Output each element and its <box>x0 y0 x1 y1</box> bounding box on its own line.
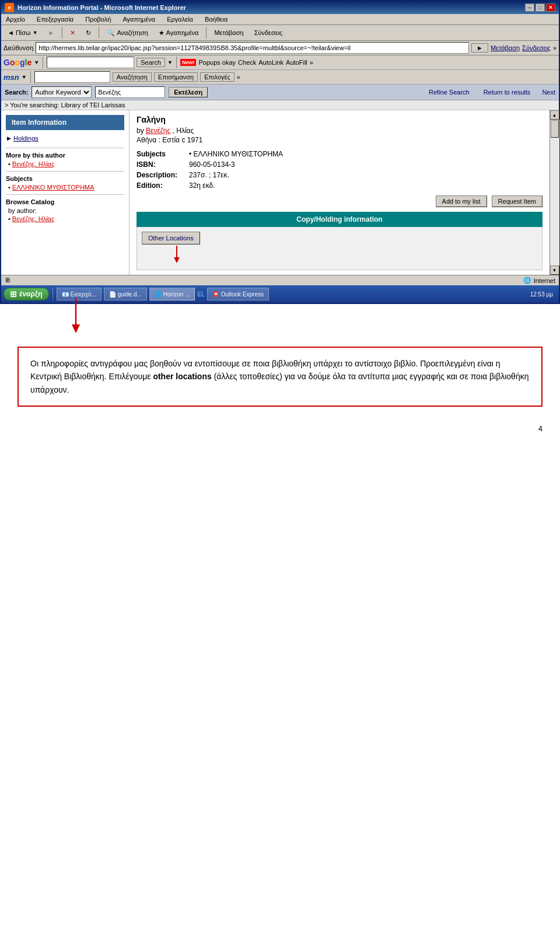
edition-value: 32η εκδ. <box>189 180 288 191</box>
autolink-button[interactable]: AutoLink <box>258 59 284 66</box>
status-bar: 🖹 🌐 Internet <box>1 275 559 285</box>
holding-header: Copy/Holding information <box>136 212 542 227</box>
menu-help[interactable]: Βοήθεια <box>202 15 230 23</box>
svg-marker-1 <box>174 257 180 263</box>
popups-button[interactable]: Popups okay <box>198 59 236 66</box>
scrollbar: ▲ ▼ <box>550 110 559 275</box>
author-link[interactable]: Βενέζης <box>146 127 170 135</box>
msn-search-input[interactable] <box>34 71 110 83</box>
item-information-button[interactable]: Item Information <box>6 115 124 130</box>
other-locations-button[interactable]: Other Locations <box>142 232 200 244</box>
browser-content-area: Item Information ▶ Holdings More by this… <box>1 110 559 275</box>
clock-display: 12:53 μμ <box>530 291 553 298</box>
edition-row: Edition: 32η εκδ. <box>136 180 288 191</box>
annotation-bold-text: other locations <box>153 372 211 381</box>
menu-edit[interactable]: Επεξεργασία <box>34 15 76 23</box>
browse-author-link[interactable]: Βενέζης, Ηλίας <box>12 215 54 222</box>
maximize-button[interactable]: □ <box>536 4 545 12</box>
description-label: Description: <box>136 170 189 180</box>
browse-by-label: by author: <box>8 207 124 214</box>
syndeses-link[interactable]: Σύνδεσεις <box>522 44 551 51</box>
metavasi-link[interactable]: Μετάβαση <box>491 44 520 51</box>
msn-options-button[interactable]: Επιλογές <box>200 72 235 82</box>
add-to-list-button[interactable]: Add to my list <box>436 195 487 207</box>
svg-marker-3 <box>72 324 80 333</box>
holding-content: Other Locations <box>136 227 542 270</box>
description-row: Description: 237σ. ; 17εκ. <box>136 170 288 180</box>
return-to-results-link[interactable]: Return to results <box>484 89 531 96</box>
annotation-box: Οι πληροφορίες αντιγράφου μας βοηθούν να… <box>18 347 542 407</box>
windows-icon: ⊞ <box>10 289 17 299</box>
holdings-arrow-icon: ▶ <box>7 135 11 141</box>
address-input[interactable] <box>36 42 469 54</box>
close-button[interactable]: ✕ <box>546 4 555 12</box>
isbn-value: 960-05-0134-3 <box>189 159 288 170</box>
title-bar: e Horizon Information Portal - Microsoft… <box>1 1 559 14</box>
google-search-input[interactable] <box>47 57 134 68</box>
more-by-author-link[interactable]: Βενέζης, Ηλίας <box>12 160 54 167</box>
menu-tools[interactable]: Εργαλεία <box>164 15 195 23</box>
holdings-link[interactable]: ▶ Holdings <box>6 132 124 144</box>
back-button[interactable]: ◄ Πίσω ▼ <box>4 27 42 38</box>
scroll-up-arrow[interactable]: ▲ <box>550 110 559 120</box>
search-input-field[interactable] <box>95 86 165 98</box>
subjects-detail-value: • ΕΛΛΗΝΙΚΟ ΜΥΘΙΣΤΟΡΗΜΑ <box>189 149 288 159</box>
expand-arrow: » <box>553 44 556 51</box>
subjects-link[interactable]: ΕΛΛΗΝΙΚΟ ΜΥΘΙΣΤΟΡΗΜΑ <box>12 184 94 191</box>
connect-toolbar-button[interactable]: Σύνδεσεις <box>250 27 287 38</box>
check-button[interactable]: Check <box>238 59 256 66</box>
autofill-button[interactable]: AutoFill <box>286 59 307 66</box>
sidebar-divider-2 <box>6 171 124 172</box>
search-type-select[interactable]: Author Keyword <box>32 86 92 98</box>
subjects-row: Subjects • ΕΛΛΗΝΙΚΟ ΜΥΘΙΣΤΟΡΗΜΑ <box>136 149 288 159</box>
bullet-icon: • <box>8 160 10 167</box>
isbn-row: ISBN: 960-05-0134-3 <box>136 159 288 170</box>
google-dropdown-2-arrow[interactable]: ▼ <box>167 60 173 65</box>
browser-window: e Horizon Information Portal - Microsoft… <box>0 0 560 304</box>
msn-bookmark-button[interactable]: Επισήμανση <box>154 72 198 82</box>
red-arrow-line-svg <box>18 298 192 333</box>
search-go-button[interactable]: Εκτέλεση <box>169 87 208 97</box>
page-icon: 🖹 <box>5 277 10 284</box>
request-item-button[interactable]: Request Item <box>492 195 542 207</box>
forward-button[interactable]: ► <box>44 27 59 38</box>
google-search-button[interactable]: Search <box>136 58 165 67</box>
more-by-author-title: More by this author <box>6 152 124 159</box>
menu-favorites[interactable]: Αγαπημένα <box>120 15 158 23</box>
address-bar: Διεύθυνση ► Μετάβαση Σύνδεσεις » <box>1 41 559 55</box>
refine-search-link[interactable]: Refine Search <box>429 89 470 96</box>
go-toolbar-button[interactable]: Μετάβαση <box>210 27 247 38</box>
msn-dropdown-arrow[interactable]: ▼ <box>22 74 27 80</box>
address-label: Διεύθυνση <box>4 44 33 51</box>
menu-bar: Αρχείο Επεξεργασία Προβολή Αγαπημένα Εργ… <box>1 14 559 25</box>
scroll-thumb[interactable] <box>551 120 559 138</box>
sidebar-divider-1 <box>6 148 124 148</box>
next-link[interactable]: Next <box>542 89 555 96</box>
search-toolbar-button[interactable]: 🔍 Αναζήτηση <box>103 27 152 39</box>
menu-view[interactable]: Προβολή <box>83 15 113 23</box>
google-dropdown-arrow[interactable]: ▼ <box>34 60 39 65</box>
holdings-label: Holdings <box>13 135 38 142</box>
sidebar-divider-3 <box>6 194 124 195</box>
favorites-toolbar-button[interactable]: ★ Αγαπημένα <box>155 27 203 39</box>
refresh-button[interactable]: ↻ <box>82 27 95 39</box>
new-badge: New! <box>180 59 197 66</box>
google-separator-2 <box>176 57 177 68</box>
browse-author-item: • Βενέζης, Ηλίας <box>8 215 124 222</box>
stop-button[interactable]: ✕ <box>66 27 79 39</box>
by-prefix: by <box>136 127 144 135</box>
taskbar-icon-1: 📧 <box>62 291 69 298</box>
main-layout: Item Information ▶ Holdings More by this… <box>1 110 550 275</box>
minimize-button[interactable]: ─ <box>525 4 534 12</box>
window-controls: ─ □ ✕ <box>525 4 555 12</box>
address-go-button[interactable]: ► <box>471 43 488 53</box>
scroll-down-arrow[interactable]: ▼ <box>550 265 559 275</box>
menu-file[interactable]: Αρχείο <box>4 15 27 23</box>
subjects-detail-label: Subjects <box>136 149 189 159</box>
msn-logo: msn <box>4 73 19 82</box>
action-buttons: Add to my list Request Item <box>136 195 542 207</box>
browse-catalog-title: Browse Catalog <box>6 198 124 205</box>
taskbar-clock: 12:53 μμ <box>527 290 556 299</box>
red-arrow-svg <box>171 246 183 263</box>
msn-search-button[interactable]: Αναζήτηση <box>113 72 152 82</box>
